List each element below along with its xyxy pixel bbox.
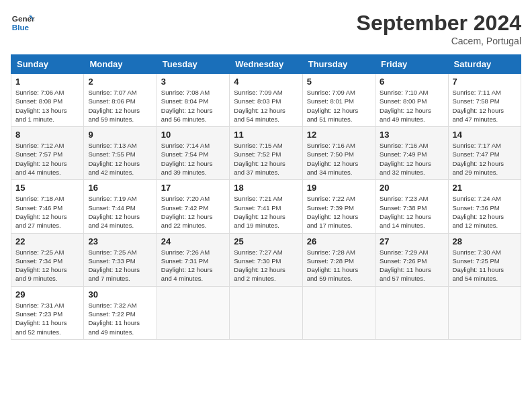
calendar-week-row: 1Sunrise: 7:06 AM Sunset: 8:08 PM Daylig… xyxy=(11,74,521,127)
calendar-cell: 4Sunrise: 7:09 AM Sunset: 8:03 PM Daylig… xyxy=(230,74,302,127)
day-number: 7 xyxy=(453,77,517,87)
day-number: 17 xyxy=(161,183,225,193)
day-number: 24 xyxy=(161,236,225,246)
day-info: Sunrise: 7:08 AM Sunset: 8:04 PM Dayligh… xyxy=(161,88,225,124)
day-number: 23 xyxy=(88,236,152,246)
calendar-cell: 30Sunrise: 7:32 AM Sunset: 7:22 PM Dayli… xyxy=(84,286,157,339)
day-info: Sunrise: 7:19 AM Sunset: 7:44 PM Dayligh… xyxy=(88,194,152,230)
day-number: 30 xyxy=(88,289,152,300)
title-block: September 2024 Cacem, Portugal xyxy=(357,11,521,46)
calendar-cell: 29Sunrise: 7:31 AM Sunset: 7:23 PM Dayli… xyxy=(11,286,84,339)
calendar-cell xyxy=(157,286,229,339)
calendar-week-row: 15Sunrise: 7:18 AM Sunset: 7:46 PM Dayli… xyxy=(11,180,521,233)
day-info: Sunrise: 7:20 AM Sunset: 7:42 PM Dayligh… xyxy=(161,194,225,230)
day-number: 16 xyxy=(88,183,152,193)
svg-text:Blue: Blue xyxy=(12,23,30,32)
day-number: 9 xyxy=(88,130,152,140)
day-number: 6 xyxy=(380,77,443,87)
calendar-cell: 10Sunrise: 7:14 AM Sunset: 7:54 PM Dayli… xyxy=(157,127,229,180)
calendar-cell: 1Sunrise: 7:06 AM Sunset: 8:08 PM Daylig… xyxy=(11,74,84,127)
calendar-body: 1Sunrise: 7:06 AM Sunset: 8:08 PM Daylig… xyxy=(11,74,521,340)
day-info: Sunrise: 7:09 AM Sunset: 8:01 PM Dayligh… xyxy=(307,88,371,124)
calendar-cell: 26Sunrise: 7:28 AM Sunset: 7:28 PM Dayli… xyxy=(302,233,375,286)
day-info: Sunrise: 7:25 AM Sunset: 7:33 PM Dayligh… xyxy=(88,248,152,283)
day-info: Sunrise: 7:21 AM Sunset: 7:41 PM Dayligh… xyxy=(234,194,298,230)
day-info: Sunrise: 7:12 AM Sunset: 7:57 PM Dayligh… xyxy=(15,141,79,177)
day-info: Sunrise: 7:13 AM Sunset: 7:55 PM Dayligh… xyxy=(88,141,152,177)
weekday-header-cell: Friday xyxy=(375,55,448,74)
weekday-header-cell: Sunday xyxy=(11,55,84,74)
day-info: Sunrise: 7:24 AM Sunset: 7:36 PM Dayligh… xyxy=(453,194,517,230)
calendar-cell: 13Sunrise: 7:16 AM Sunset: 7:49 PM Dayli… xyxy=(375,127,448,180)
calendar-cell: 6Sunrise: 7:10 AM Sunset: 8:00 PM Daylig… xyxy=(375,74,448,127)
day-info: Sunrise: 7:14 AM Sunset: 7:54 PM Dayligh… xyxy=(161,141,225,177)
day-number: 4 xyxy=(234,77,298,87)
svg-text:General: General xyxy=(12,14,35,23)
day-info: Sunrise: 7:18 AM Sunset: 7:46 PM Dayligh… xyxy=(15,194,79,230)
calendar-cell: 20Sunrise: 7:23 AM Sunset: 7:38 PM Dayli… xyxy=(375,180,448,233)
month-title: September 2024 xyxy=(357,11,521,36)
day-number: 25 xyxy=(234,236,298,246)
day-number: 3 xyxy=(161,77,225,87)
day-number: 13 xyxy=(380,130,443,140)
calendar-cell: 12Sunrise: 7:16 AM Sunset: 7:50 PM Dayli… xyxy=(302,127,375,180)
day-info: Sunrise: 7:10 AM Sunset: 8:00 PM Dayligh… xyxy=(380,88,443,124)
day-info: Sunrise: 7:15 AM Sunset: 7:52 PM Dayligh… xyxy=(234,141,298,177)
day-number: 22 xyxy=(15,236,79,246)
day-number: 26 xyxy=(307,236,371,246)
calendar-week-row: 22Sunrise: 7:25 AM Sunset: 7:34 PM Dayli… xyxy=(11,233,521,286)
location: Cacem, Portugal xyxy=(357,36,521,46)
day-info: Sunrise: 7:29 AM Sunset: 7:26 PM Dayligh… xyxy=(380,248,443,283)
calendar-cell: 2Sunrise: 7:07 AM Sunset: 8:06 PM Daylig… xyxy=(84,74,157,127)
day-info: Sunrise: 7:11 AM Sunset: 7:58 PM Dayligh… xyxy=(453,88,517,124)
day-info: Sunrise: 7:22 AM Sunset: 7:39 PM Dayligh… xyxy=(307,194,371,230)
day-info: Sunrise: 7:27 AM Sunset: 7:30 PM Dayligh… xyxy=(234,248,298,283)
calendar-cell: 21Sunrise: 7:24 AM Sunset: 7:36 PM Dayli… xyxy=(448,180,521,233)
day-number: 2 xyxy=(88,77,152,87)
day-info: Sunrise: 7:23 AM Sunset: 7:38 PM Dayligh… xyxy=(380,194,443,230)
day-number: 29 xyxy=(15,289,79,300)
day-number: 20 xyxy=(380,183,443,193)
calendar-cell: 9Sunrise: 7:13 AM Sunset: 7:55 PM Daylig… xyxy=(84,127,157,180)
weekday-header-row: SundayMondayTuesdayWednesdayThursdayFrid… xyxy=(11,55,521,74)
day-number: 19 xyxy=(307,183,371,193)
weekday-header-cell: Wednesday xyxy=(230,55,302,74)
day-info: Sunrise: 7:16 AM Sunset: 7:49 PM Dayligh… xyxy=(380,141,443,177)
weekday-header-cell: Thursday xyxy=(302,55,375,74)
day-number: 1 xyxy=(15,77,79,87)
calendar-week-row: 29Sunrise: 7:31 AM Sunset: 7:23 PM Dayli… xyxy=(11,286,521,339)
calendar-cell xyxy=(448,286,521,339)
logo-icon: General Blue xyxy=(11,11,35,35)
day-info: Sunrise: 7:07 AM Sunset: 8:06 PM Dayligh… xyxy=(88,88,152,124)
weekday-header-cell: Saturday xyxy=(448,55,521,74)
day-info: Sunrise: 7:30 AM Sunset: 7:25 PM Dayligh… xyxy=(453,248,517,283)
day-info: Sunrise: 7:32 AM Sunset: 7:22 PM Dayligh… xyxy=(88,301,152,336)
day-number: 27 xyxy=(380,236,443,246)
calendar-cell: 7Sunrise: 7:11 AM Sunset: 7:58 PM Daylig… xyxy=(448,74,521,127)
day-number: 11 xyxy=(234,130,298,140)
day-number: 21 xyxy=(453,183,517,193)
calendar-cell: 8Sunrise: 7:12 AM Sunset: 7:57 PM Daylig… xyxy=(11,127,84,180)
calendar-cell: 15Sunrise: 7:18 AM Sunset: 7:46 PM Dayli… xyxy=(11,180,84,233)
calendar-cell: 19Sunrise: 7:22 AM Sunset: 7:39 PM Dayli… xyxy=(302,180,375,233)
calendar-cell: 11Sunrise: 7:15 AM Sunset: 7:52 PM Dayli… xyxy=(230,127,302,180)
calendar-cell: 3Sunrise: 7:08 AM Sunset: 8:04 PM Daylig… xyxy=(157,74,229,127)
calendar-cell: 27Sunrise: 7:29 AM Sunset: 7:26 PM Dayli… xyxy=(375,233,448,286)
calendar-cell xyxy=(302,286,375,339)
day-number: 5 xyxy=(307,77,371,87)
calendar-cell: 23Sunrise: 7:25 AM Sunset: 7:33 PM Dayli… xyxy=(84,233,157,286)
logo: General Blue xyxy=(11,11,35,35)
calendar-cell: 14Sunrise: 7:17 AM Sunset: 7:47 PM Dayli… xyxy=(448,127,521,180)
calendar-cell: 5Sunrise: 7:09 AM Sunset: 8:01 PM Daylig… xyxy=(302,74,375,127)
day-number: 10 xyxy=(161,130,225,140)
day-info: Sunrise: 7:06 AM Sunset: 8:08 PM Dayligh… xyxy=(15,88,79,124)
day-info: Sunrise: 7:28 AM Sunset: 7:28 PM Dayligh… xyxy=(307,248,371,283)
day-info: Sunrise: 7:31 AM Sunset: 7:23 PM Dayligh… xyxy=(15,301,79,336)
day-info: Sunrise: 7:16 AM Sunset: 7:50 PM Dayligh… xyxy=(307,141,371,177)
calendar-cell: 22Sunrise: 7:25 AM Sunset: 7:34 PM Dayli… xyxy=(11,233,84,286)
weekday-header-cell: Tuesday xyxy=(157,55,229,74)
calendar-cell: 24Sunrise: 7:26 AM Sunset: 7:31 PM Dayli… xyxy=(157,233,229,286)
page-header: General Blue September 2024 Cacem, Portu… xyxy=(11,11,521,46)
day-info: Sunrise: 7:09 AM Sunset: 8:03 PM Dayligh… xyxy=(234,88,298,124)
calendar-week-row: 8Sunrise: 7:12 AM Sunset: 7:57 PM Daylig… xyxy=(11,127,521,180)
